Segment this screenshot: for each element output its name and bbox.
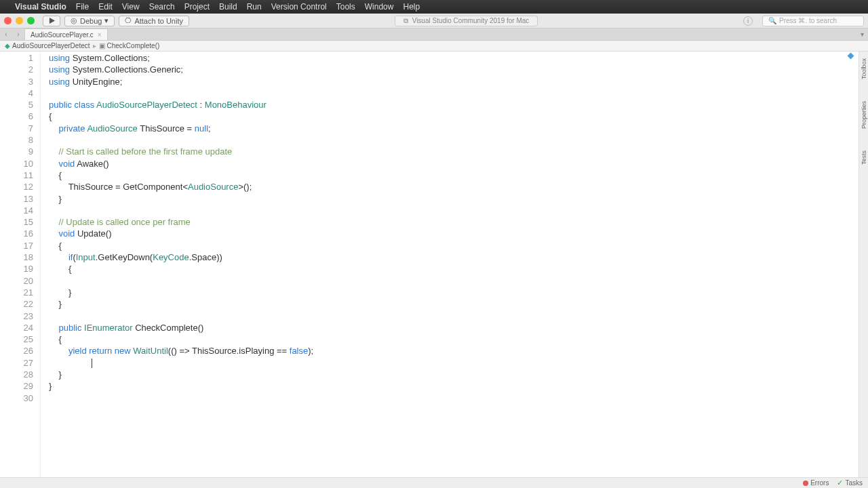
line-number: 23 <box>0 310 33 322</box>
line-number: 4 <box>0 87 33 99</box>
line-number: 1 <box>0 52 33 64</box>
svg-marker-0 <box>49 18 54 24</box>
line-number: 17 <box>0 240 33 251</box>
line-number: 24 <box>0 322 33 333</box>
line-number: 15 <box>0 216 33 228</box>
menu-tools[interactable]: Tools <box>336 2 355 12</box>
status-tasks-label: Tasks <box>845 479 863 487</box>
menu-search[interactable]: Search <box>149 2 175 12</box>
menu-run[interactable]: Run <box>247 2 262 12</box>
ide-title-label: Visual Studio Community 2019 for Mac <box>412 17 530 24</box>
run-button[interactable] <box>43 16 60 26</box>
panel-properties[interactable]: Properties <box>861 97 867 133</box>
config-attach-label: Attach to Unity <box>134 17 183 25</box>
menu-view[interactable]: View <box>122 2 140 12</box>
nav-back-icon[interactable]: ‹ <box>0 30 12 38</box>
breadcrumb: ◆ AudioSourcePlayerDetect ▸ ▣ CheckCompl… <box>0 41 868 52</box>
line-number: 10 <box>0 158 33 169</box>
panel-tests[interactable]: Tests <box>861 146 867 169</box>
line-number: 14 <box>0 205 33 216</box>
breadcrumb-method[interactable]: CheckComplete() <box>107 42 160 49</box>
line-number: 21 <box>0 287 33 298</box>
vs-icon: ⧉ <box>403 17 408 25</box>
line-number: 11 <box>0 169 33 181</box>
menu-window[interactable]: Window <box>365 2 394 12</box>
line-number: 3 <box>0 76 33 87</box>
notifications-icon[interactable]: i <box>743 16 753 26</box>
line-number: 16 <box>0 228 33 239</box>
global-search[interactable]: 🔍 Press ⌘. to search <box>762 16 864 26</box>
tabstrip: ‹ › AudioSourcePlayer.c × ▾ <box>0 28 868 41</box>
line-number: 6 <box>0 110 33 122</box>
line-number: 29 <box>0 380 33 392</box>
line-number: 13 <box>0 193 33 205</box>
line-gutter: 1234567891011121314151617181920212223242… <box>0 52 41 477</box>
line-number: 2 <box>0 64 33 75</box>
line-number: 8 <box>0 134 33 146</box>
code-area[interactable]: using System.Collections; using System.C… <box>41 52 859 477</box>
line-number: 12 <box>0 181 33 192</box>
menu-edit[interactable]: Edit <box>98 2 113 12</box>
menu-project[interactable]: Project <box>184 2 210 12</box>
toolbar: ◎ Debug ▾ ⎔ Attach to Unity ⧉ Visual Stu… <box>0 14 868 28</box>
menu-build[interactable]: Build <box>219 2 237 12</box>
editor: 1234567891011121314151617181920212223242… <box>0 52 868 477</box>
mac-menubar: Visual Studio File Edit View Search Proj… <box>0 0 868 14</box>
error-icon <box>803 481 808 486</box>
status-tasks[interactable]: ✓ Tasks <box>837 479 863 487</box>
panel-toolbox[interactable]: Toolbox <box>861 54 867 83</box>
status-errors-label: Errors <box>810 479 829 487</box>
line-number: 18 <box>0 251 33 263</box>
class-icon: ◆ <box>4 43 11 49</box>
method-icon: ▣ <box>99 43 106 49</box>
status-errors[interactable]: Errors <box>803 479 829 487</box>
check-icon: ✓ <box>837 479 843 487</box>
maximize-window-icon[interactable] <box>27 17 35 24</box>
menu-help[interactable]: Help <box>403 2 420 12</box>
line-number: 19 <box>0 263 33 274</box>
search-placeholder: Press ⌘. to search <box>779 17 837 24</box>
config-attach[interactable]: ⎔ Attach to Unity <box>119 16 189 26</box>
line-number: 28 <box>0 369 33 380</box>
nav-forward-icon[interactable]: › <box>12 30 24 38</box>
config-debug[interactable]: ◎ Debug ▾ <box>64 16 115 26</box>
tab-close-icon[interactable]: × <box>98 31 102 39</box>
breadcrumb-separator-icon: ▸ <box>93 42 96 49</box>
chevron-down-icon: ▾ <box>104 16 108 25</box>
tab-audiosourceplayer[interactable]: AudioSourcePlayer.c × <box>24 28 108 40</box>
close-window-icon[interactable] <box>4 17 12 24</box>
app-menu[interactable]: Visual Studio <box>15 2 66 12</box>
tabstrip-dropdown-icon[interactable]: ▾ <box>856 30 868 38</box>
line-number: 26 <box>0 345 33 357</box>
line-number: 30 <box>0 392 33 404</box>
line-number: 27 <box>0 357 33 369</box>
config-debug-label: Debug <box>80 17 102 25</box>
target-icon: ◎ <box>71 16 77 25</box>
line-number: 5 <box>0 99 33 110</box>
line-number: 25 <box>0 333 33 345</box>
tab-label: AudioSourcePlayer.c <box>31 31 94 39</box>
minimize-window-icon[interactable] <box>16 17 23 24</box>
line-number: 22 <box>0 298 33 310</box>
ide-title: ⧉ Visual Studio Community 2019 for Mac <box>395 16 538 26</box>
device-icon: ⎔ <box>125 16 132 25</box>
line-number: 9 <box>0 146 33 157</box>
search-icon: 🔍 <box>768 17 776 24</box>
text-cursor <box>92 359 92 368</box>
window-controls <box>4 17 35 24</box>
side-panels: Toolbox Properties Tests <box>859 52 868 477</box>
statusbar: Errors ✓ Tasks <box>0 477 868 488</box>
line-number: 7 <box>0 123 33 134</box>
breadcrumb-class[interactable]: AudioSourcePlayerDetect <box>12 42 90 49</box>
line-number: 20 <box>0 275 33 287</box>
menu-version-control[interactable]: Version Control <box>271 2 327 12</box>
menu-file[interactable]: File <box>76 2 89 12</box>
